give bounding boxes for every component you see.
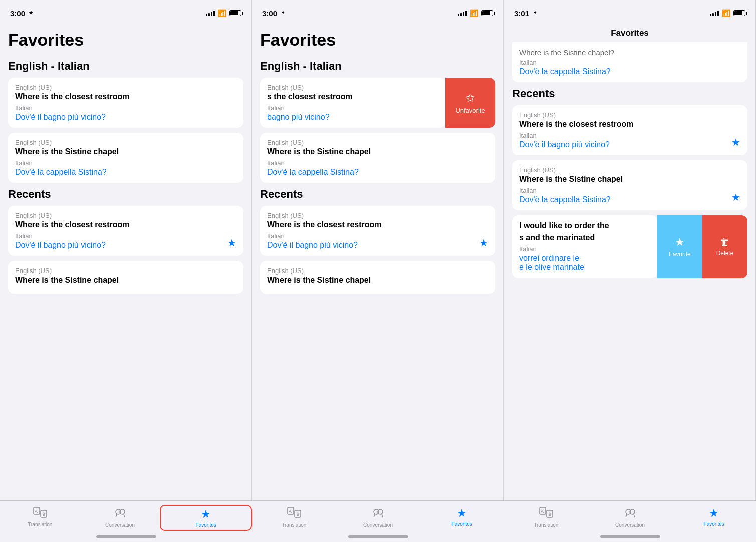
s-eng-1: Where is the Sistine chapel [267,147,488,156]
p3-r2-lang2: Italian [519,187,740,194]
section-recents-2: Recents [260,188,495,201]
recent-card-1[interactable]: English (US) Where is the closest restro… [8,206,243,256]
p3-r1-trans: Dov'è il bagno più vicino? [519,140,740,149]
svg-text:文: 文 [548,512,552,517]
svg-line-15 [374,514,375,517]
tab-conversation-2[interactable]: Conversation [336,505,420,530]
tab-label-conversation-2: Conversation [363,522,393,528]
tab-conversation-1[interactable]: Conversation [80,505,160,530]
svg-text:A: A [541,509,544,514]
rec-card-2-1[interactable]: English (US) Where is the closest restro… [260,206,495,256]
r-card-lang-1: English (US) [15,212,236,219]
swipe-card-wrapper: English (US) s the closest restroom Ital… [260,78,495,128]
pc-lang-1: English (US) [267,84,438,91]
clipped-text: Where is the Sistine chapel? [519,48,740,57]
wifi-icon-1: 📶 [218,9,226,17]
fav-card-partial[interactable]: English (US) s the closest restroom Ital… [260,78,445,128]
r-card-lang-it-1: Italian [15,232,236,240]
unfavorite-label: Unfavorite [455,107,485,114]
p3-r1-lang1: English (US) [519,111,740,119]
tab-translation-1[interactable]: A文 Translation [0,505,80,529]
tab-translation-3[interactable]: A文 Translation [504,505,588,530]
section-english-italian-2: English - Italian [260,60,495,73]
time-3: 3:01 [514,9,529,18]
svg-line-16 [382,514,383,517]
location-icon-1 [28,10,34,16]
fav-card-2[interactable]: English (US) Where is the Sistine chapel… [8,133,243,183]
tab-favorites-1[interactable]: ★ Favorites [160,505,252,531]
rc2-eng-1: Where is the closest restroom [267,220,488,229]
section-recents-1: Recents [8,188,243,201]
conversation-icon-1 [113,507,127,521]
phone-screen-3: 3:01 📶 Favorites Where is the Sist [504,0,756,542]
time-1: 3:00 [10,9,25,18]
page-content-3: Where is the Sistine chapel? Italian Dov… [504,42,755,542]
card-eng-1: Where is the closest restroom [15,92,236,101]
translation-icon-2: A文 [287,507,301,521]
rc2-lang-it: Italian [267,232,488,240]
tab-label-translation-3: Translation [534,522,558,528]
rc2-eng-2: Where is the Sistine chapel [267,276,488,285]
svg-line-7 [116,514,117,517]
pc-eng-1: s the closest restroom [267,92,438,101]
translation-icon-3: A文 [539,507,553,521]
home-indicator-2 [348,535,408,538]
tab-label-translation-1: Translation [28,522,52,527]
signal-1 [206,10,215,16]
svg-text:A: A [35,509,38,514]
p3-r3-lang-it: Italian [519,245,650,253]
battery-1 [229,10,241,16]
card-lang-it-1: Italian [15,104,236,112]
wifi-icon-3: 📶 [722,9,730,17]
s-trans-1: Dov'è la cappella Sistina? [267,168,488,177]
tab-favorites-2[interactable]: ★ Favorites [420,505,504,529]
status-icons-2: 📶 [458,9,493,17]
top-clipped-card[interactable]: Where is the Sistine chapel? Italian Dov… [512,42,747,82]
battery-2 [481,10,493,16]
tab-label-conversation-3: Conversation [615,522,645,528]
section-english-italian-1: English - Italian [8,60,243,73]
p3-r3-trans1: vorrei ordinare le [519,254,650,263]
p3-r3-eng1: I would like to order the [519,221,650,230]
s-lang-it: Italian [267,159,488,167]
status-bar-2: 3:00 📶 [252,0,503,22]
delete-button[interactable]: 🗑 Delete [702,215,747,278]
svg-text:A: A [289,509,292,514]
signal-3 [710,10,719,16]
fav-card-sistine[interactable]: English (US) Where is the Sistine chapel… [260,133,495,183]
p3-r2-lang1: English (US) [519,166,740,174]
tab-favorites-3[interactable]: ★ Favorites [672,505,756,529]
page-title-1: Favorites [8,22,243,56]
p3-r1-lang2: Italian [519,132,740,139]
p3-rec-card-3[interactable]: I would like to order the s and the mari… [512,215,657,278]
conversation-icon-3 [623,507,637,521]
translation-icon-1: A文 [33,507,47,520]
recent-card-2[interactable]: English (US) Where is the Sistine chapel [8,261,243,294]
rec-card-2-2[interactable]: English (US) Where is the Sistine chapel [260,261,495,294]
phone-screen-1: 3:00 📶 Favorites English - Italian [0,0,252,542]
fav-card-1[interactable]: English (US) Where is the closest restro… [8,78,243,128]
unfavorite-icon: ✩ [466,92,475,105]
tab-label-favorites-3: Favorites [704,521,724,527]
signal-2 [458,10,467,16]
svg-text:文: 文 [42,512,46,517]
p3-rec-card-2[interactable]: English (US) Where is the Sistine chapel… [512,160,747,210]
panel-3: 3:01 📶 Favorites Where is the Sist [504,0,756,542]
p3-rec-card-1[interactable]: English (US) Where is the closest restro… [512,105,747,155]
svg-line-23 [626,514,627,517]
p3-r1-eng: Where is the closest restroom [519,120,740,129]
favorite-button[interactable]: ★ Favorite [657,215,702,278]
pc-trans-1: bagno più vicino? [267,113,438,122]
tab-translation-2[interactable]: A文 Translation [252,505,336,530]
phone-screen-2: 3:00 📶 Favorites English - Italian [252,0,504,542]
top-translation: Dov'è la cappella Sistina? [519,67,740,76]
home-indicator-3 [600,535,660,538]
r-card-eng-2: Where is the Sistine chapel [15,276,236,285]
card-trans-1: Dov'è il bagno più vicino? [15,113,236,122]
p3-r2-eng: Where is the Sistine chapel [519,175,740,184]
unfavorite-button[interactable]: ✩ Unfavorite [445,78,495,128]
rc2-lang-1: English (US) [267,212,488,219]
conversation-icon-2 [371,507,385,521]
tab-conversation-3[interactable]: Conversation [588,505,672,530]
p3-r2-trans: Dov'è la cappella Sistina? [519,195,740,204]
